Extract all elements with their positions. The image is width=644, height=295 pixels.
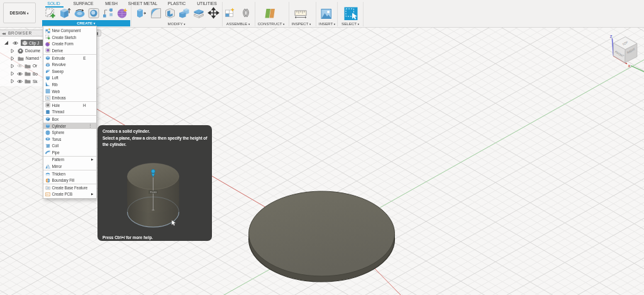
svg-text:X: X (628, 64, 630, 68)
svg-text:Z: Z (610, 35, 613, 38)
svg-text:S: S (47, 96, 49, 100)
svg-text:75.00: 75.00 (150, 191, 157, 194)
